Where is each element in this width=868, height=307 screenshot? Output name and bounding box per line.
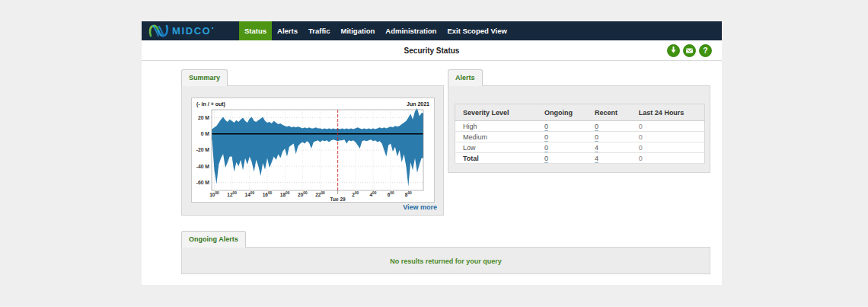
traffic-chart[interactable]: 20 M0 M-20 M-40 M-60 M100012001400160018… bbox=[192, 98, 434, 202]
tab-summary[interactable]: Summary bbox=[181, 69, 228, 86]
svg-text:-20 M: -20 M bbox=[196, 147, 210, 152]
svg-text:-60 M: -60 M bbox=[196, 180, 210, 185]
svg-text:600: 600 bbox=[388, 191, 394, 197]
nav-item-alerts[interactable]: Alerts bbox=[272, 21, 303, 40]
header-icon-group: ? bbox=[667, 44, 712, 57]
alerts-col-header: Ongoing bbox=[537, 104, 587, 121]
svg-text:400: 400 bbox=[369, 191, 376, 197]
series-out bbox=[212, 108, 423, 134]
chart-box: 20 M0 M-20 M-40 M-60 M100012001400160018… bbox=[191, 98, 435, 203]
alert-count-link[interactable]: 0 bbox=[595, 123, 598, 131]
page-background: MIDCO StatusAlertsTrafficMitigationAdmin… bbox=[0, 0, 868, 307]
svg-text:2000: 2000 bbox=[298, 191, 308, 197]
svg-text:1200: 1200 bbox=[227, 191, 237, 197]
svg-text:2200: 2200 bbox=[315, 191, 325, 197]
chart-month-label: Jun 2021 bbox=[407, 101, 429, 107]
view-more-link[interactable]: View more bbox=[403, 203, 437, 211]
nav-item-administration[interactable]: Administration bbox=[380, 21, 442, 40]
alert-count-value: 0 bbox=[639, 123, 643, 130]
download-button[interactable] bbox=[667, 44, 680, 57]
alert-count-link[interactable]: 0 bbox=[544, 123, 548, 131]
ongoing-alerts-panel: No results returned for your query bbox=[181, 247, 710, 274]
nav-item-exit-scoped-view[interactable]: Exit Scoped View bbox=[442, 21, 512, 40]
empty-results-message: No results returned for your query bbox=[182, 248, 710, 275]
svg-text:200: 200 bbox=[352, 191, 359, 197]
logo-trademark-dot bbox=[212, 27, 213, 29]
email-icon bbox=[683, 44, 696, 57]
alerts-row-total: Total040 bbox=[455, 153, 705, 164]
nav-menu: StatusAlertsTrafficMitigationAdministrat… bbox=[239, 21, 512, 40]
alerts-row-low: Low040 bbox=[455, 142, 705, 153]
nav-item-mitigation[interactable]: Mitigation bbox=[336, 21, 381, 40]
app-window: MIDCO StatusAlertsTrafficMitigationAdmin… bbox=[142, 21, 722, 285]
svg-text:20 M: 20 M bbox=[198, 115, 209, 120]
alerts-row-medium: Medium000 bbox=[455, 132, 705, 142]
severity-label: Total bbox=[455, 153, 538, 164]
email-button[interactable] bbox=[683, 44, 696, 57]
tab-alerts[interactable]: Alerts bbox=[448, 69, 483, 86]
download-icon bbox=[667, 44, 680, 57]
tab-ongoing-alerts[interactable]: Ongoing Alerts bbox=[181, 231, 246, 248]
alert-count-link[interactable]: 0 bbox=[544, 144, 548, 152]
svg-text:800: 800 bbox=[405, 191, 412, 197]
chart-units-label: (- in / + out) bbox=[196, 101, 225, 107]
alert-count-value: 0 bbox=[639, 144, 643, 152]
alert-count-value: 0 bbox=[639, 155, 643, 162]
severity-label: Medium bbox=[455, 132, 538, 142]
help-button[interactable]: ? bbox=[699, 44, 712, 57]
page-title: Security Status bbox=[142, 40, 722, 61]
alert-count-link[interactable]: 4 bbox=[595, 155, 598, 163]
alert-count-value: 0 bbox=[639, 133, 643, 141]
top-navbar: MIDCO StatusAlertsTrafficMitigationAdmin… bbox=[142, 21, 722, 40]
alert-count-link[interactable]: 4 bbox=[595, 144, 598, 152]
alerts-table: Severity LevelOngoingRecentLast 24 Hours… bbox=[455, 104, 705, 164]
alerts-col-header: Last 24 Hours bbox=[631, 104, 705, 121]
midco-logo: MIDCO bbox=[142, 21, 239, 40]
alert-count-link[interactable]: 0 bbox=[544, 155, 548, 163]
svg-text:1600: 1600 bbox=[263, 191, 273, 197]
svg-text:1800: 1800 bbox=[280, 191, 290, 197]
logo-text: MIDCO bbox=[172, 21, 211, 40]
svg-text:0 M: 0 M bbox=[201, 131, 210, 136]
svg-text:-40 M: -40 M bbox=[196, 164, 210, 169]
header-bar: Security Status bbox=[142, 40, 722, 61]
series-in bbox=[212, 134, 423, 187]
alerts-col-header: Recent bbox=[587, 104, 631, 121]
alert-count-link[interactable]: 0 bbox=[595, 133, 598, 142]
severity-label: Low bbox=[455, 142, 538, 153]
day-marker-label: Tue 29 bbox=[330, 197, 346, 202]
svg-text:1000: 1000 bbox=[209, 191, 219, 197]
help-icon: ? bbox=[699, 44, 712, 57]
alerts-row-high: High000 bbox=[455, 121, 705, 132]
nav-item-traffic[interactable]: Traffic bbox=[303, 21, 336, 40]
summary-panel: 20 M0 M-20 M-40 M-60 M100012001400160018… bbox=[181, 85, 444, 216]
severity-label: High bbox=[455, 121, 538, 132]
alert-count-link[interactable]: 0 bbox=[544, 133, 548, 142]
alerts-table-header-row: Severity LevelOngoingRecentLast 24 Hours bbox=[455, 104, 705, 121]
midco-logo-icon bbox=[148, 24, 169, 38]
nav-item-status[interactable]: Status bbox=[239, 21, 272, 40]
svg-text:1400: 1400 bbox=[245, 191, 255, 197]
alerts-panel: Severity LevelOngoingRecentLast 24 Hours… bbox=[448, 85, 710, 173]
svg-text:?: ? bbox=[703, 46, 707, 55]
alerts-col-header: Severity Level bbox=[455, 104, 538, 121]
